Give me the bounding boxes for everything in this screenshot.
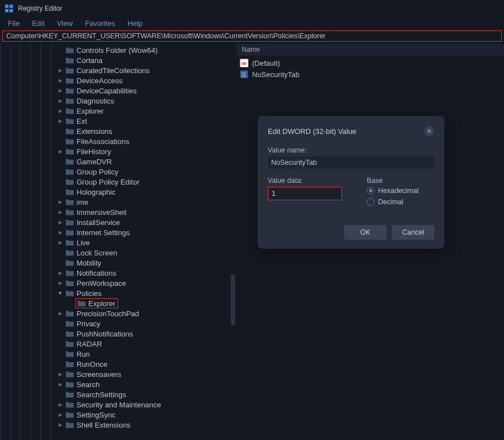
value-name-input[interactable] [268, 156, 434, 169]
chevron-right-icon[interactable]: ▶ [57, 311, 63, 316]
tree-item[interactable]: Cortana [57, 55, 236, 65]
tree-item[interactable]: ▶Shell Extensions [57, 420, 236, 430]
svg-rect-1 [10, 5, 13, 8]
tree-item[interactable]: ▶Live [57, 237, 236, 248]
chevron-right-icon[interactable]: ▶ [57, 68, 63, 73]
chevron-right-icon[interactable] [57, 128, 63, 134]
scrollbar-thumb[interactable] [231, 275, 235, 325]
tree-item[interactable]: FileAssociations [57, 136, 236, 146]
menu-file[interactable]: File [2, 18, 25, 29]
chevron-right-icon[interactable] [57, 361, 63, 367]
chevron-right-icon[interactable]: ▶ [57, 422, 63, 428]
chevron-right-icon[interactable]: ▶ [57, 371, 63, 377]
radio-hexadecimal[interactable]: Hexadecimal [367, 187, 434, 195]
tree-item[interactable]: Lock Screen [57, 248, 236, 258]
chevron-right-icon[interactable] [57, 189, 63, 195]
chevron-right-icon[interactable]: ▶ [57, 402, 63, 407]
tree-item[interactable]: ▶PrecisionTouchPad [57, 308, 236, 318]
dialog-title: Edit DWORD (32-bit) Value [268, 127, 356, 136]
chevron-right-icon[interactable] [57, 179, 63, 185]
chevron-right-icon[interactable]: ▶ [57, 240, 63, 245]
menu-view[interactable]: View [51, 18, 78, 29]
tree-item[interactable]: ▶Explorer [57, 106, 236, 116]
close-icon[interactable] [424, 126, 434, 136]
value-data-input[interactable] [268, 187, 341, 200]
chevron-right-icon[interactable] [57, 331, 63, 336]
chevron-down-icon[interactable]: ▼ [57, 290, 63, 296]
tree-item[interactable]: Run [57, 349, 236, 359]
chevron-right-icon[interactable]: ▶ [57, 78, 63, 83]
tree-item[interactable]: ▶Screensavers [57, 369, 236, 379]
chevron-right-icon[interactable]: ▶ [57, 149, 63, 154]
tree-item[interactable]: ▶Security and Maintenance [57, 399, 236, 410]
title-bar: Registry Editor [0, 0, 504, 17]
chevron-right-icon[interactable] [57, 159, 63, 164]
tree-item[interactable]: RunOnce [57, 359, 236, 369]
value-row[interactable]: ab(Default) [240, 57, 501, 69]
chevron-right-icon[interactable]: ▶ [57, 412, 63, 417]
chevron-right-icon[interactable]: ▶ [57, 88, 63, 93]
chevron-right-icon[interactable]: ▶ [57, 270, 63, 276]
chevron-right-icon[interactable]: ▶ [57, 108, 63, 114]
chevron-right-icon[interactable]: ▶ [57, 219, 63, 225]
tree-item[interactable]: ▶FileHistory [57, 146, 236, 156]
chevron-right-icon[interactable] [57, 47, 63, 53]
tree-item[interactable]: Controls Folder (Wow64) [57, 45, 236, 55]
tree-item[interactable]: ▶DeviceAccess [57, 75, 236, 86]
chevron-right-icon[interactable]: ▶ [57, 118, 63, 124]
tree-item[interactable]: Explorer [57, 298, 236, 308]
tree-item[interactable]: ▶CuratedTileCollections [57, 65, 236, 75]
tree-item[interactable]: ▼Policies [57, 288, 236, 298]
folder-icon [65, 360, 74, 368]
tree-item[interactable]: ▶ime [57, 197, 236, 207]
tree-item[interactable]: SearchSettings [57, 389, 236, 399]
folder-icon [65, 198, 74, 206]
folder-icon [65, 289, 74, 297]
cancel-button[interactable]: Cancel [392, 225, 434, 240]
tree-item[interactable]: GameDVR [57, 156, 236, 167]
column-header-name[interactable]: Name [236, 44, 504, 55]
tree-item[interactable]: ▶ImmersiveShell [57, 207, 236, 217]
tree-item[interactable]: ▶SettingSync [57, 410, 236, 420]
tree-item[interactable]: ▶Internet Settings [57, 227, 236, 237]
ok-button[interactable]: OK [344, 225, 386, 240]
tree-item[interactable]: ▶Notifications [57, 268, 236, 278]
chevron-right-icon[interactable]: ▶ [57, 209, 63, 215]
chevron-right-icon[interactable]: ▶ [57, 381, 63, 387]
tree-item[interactable]: ▶InstallService [57, 217, 236, 227]
tree-item[interactable]: Group Policy Editor [57, 177, 236, 187]
chevron-right-icon[interactable] [57, 392, 63, 397]
tree-item[interactable]: Group Policy [57, 167, 236, 177]
tree-item[interactable]: PushNotifications [57, 329, 236, 339]
tree-item[interactable]: ▶Ext [57, 116, 236, 126]
chevron-right-icon[interactable] [57, 351, 63, 357]
menu-edit[interactable]: Edit [26, 18, 50, 29]
chevron-right-icon[interactable] [57, 321, 63, 326]
tree-item[interactable]: ▶PenWorkspace [57, 278, 236, 288]
address-bar[interactable]: Computer\HKEY_CURRENT_USER\SOFTWARE\Micr… [2, 30, 502, 42]
radio-decimal[interactable]: Decimal [367, 198, 434, 206]
chevron-right-icon[interactable] [57, 260, 63, 266]
chevron-right-icon[interactable] [57, 169, 63, 174]
menu-help[interactable]: Help [122, 18, 148, 29]
chevron-right-icon[interactable] [57, 250, 63, 255]
tree-item[interactable]: Mobility [57, 258, 236, 268]
chevron-right-icon[interactable] [68, 300, 73, 306]
value-row[interactable]: 011110NoSecurityTab [240, 69, 501, 80]
tree-item[interactable]: RADAR [57, 339, 236, 349]
chevron-right-icon[interactable]: ▶ [57, 280, 63, 286]
tree-item[interactable]: ▶Search [57, 379, 236, 389]
tree-item[interactable]: Extensions [57, 126, 236, 136]
tree-item[interactable]: ▶Diagnostics [57, 96, 236, 106]
tree-item[interactable]: Holographic [57, 187, 236, 197]
chevron-right-icon[interactable]: ▶ [57, 230, 63, 235]
chevron-right-icon[interactable] [57, 138, 63, 144]
chevron-right-icon[interactable]: ▶ [57, 199, 63, 205]
tree-pane: Controls Folder (Wow64) Cortana▶CuratedT… [0, 44, 236, 440]
menu-favorites[interactable]: Favorites [79, 18, 120, 29]
tree-item[interactable]: ▶DeviceCapabilities [57, 86, 236, 96]
chevron-right-icon[interactable] [57, 341, 63, 347]
chevron-right-icon[interactable]: ▶ [57, 98, 63, 104]
tree-item[interactable]: Privacy [57, 318, 236, 329]
chevron-right-icon[interactable] [57, 57, 63, 63]
